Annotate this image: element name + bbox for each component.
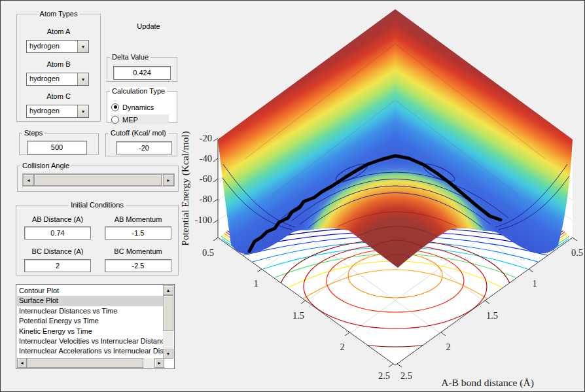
z-tick: -100 — [194, 215, 212, 225]
chevron-down-icon[interactable]: ▼ — [77, 41, 88, 52]
update-button[interactable]: Update — [116, 22, 181, 30]
matlab-figure-window: { "atom_types": { "legend": "Atom Types"… — [0, 0, 585, 392]
axes-lines — [213, 138, 577, 367]
radio-dynamics-label: Dynamics — [122, 103, 154, 111]
left-axis-tick: 1 — [253, 278, 258, 289]
list-item[interactable]: Potential Energy vs Time — [17, 316, 164, 326]
atom-c-dropdown[interactable]: hydrogen ▼ — [26, 105, 89, 118]
left-axis-tick: 2.5 — [378, 370, 390, 381]
right-axis-tick: 1.5 — [486, 310, 498, 321]
bc-momentum-label: BC Momentum — [105, 247, 171, 255]
atom-b-dropdown[interactable]: hydrogen ▼ — [26, 73, 89, 86]
delta-value-field[interactable]: 0.424 — [113, 66, 171, 80]
slider-thumb[interactable] — [34, 174, 162, 186]
scroll-down-arrow-icon[interactable]: ▼ — [163, 349, 173, 359]
scroll-right-arrow-icon[interactable]: ► — [154, 358, 164, 368]
scroll-up-arrow-icon[interactable]: ▲ — [163, 285, 173, 295]
cutoff-group: Cutoff (Kcal/ mol) -20 — [105, 129, 177, 156]
cutoff-field[interactable]: -20 — [116, 141, 172, 154]
bc-momentum-field[interactable]: -2.5 — [105, 259, 171, 272]
list-item[interactable]: Kinetic Energy vs Time — [17, 327, 164, 336]
potential-energy-surface — [197, 1, 585, 392]
atom-types-group: Atom Types Atom A hydrogen ▼ Atom B hydr… — [16, 10, 101, 122]
axis-tick-labels: -20 -40 -60 -80 -100 0.5 1 1.5 2 2.5 0.5… — [194, 133, 583, 381]
calculation-type-legend: Calculation Type — [110, 87, 167, 95]
calculation-type-group: Calculation Type Dynamics MEP — [107, 87, 177, 123]
ab-distance-label: AB Distance (A) — [24, 215, 91, 223]
delta-value-group: Delta Value 0.424 — [107, 53, 177, 82]
left-axis-tick: 0.5 — [202, 247, 214, 258]
chevron-down-icon[interactable]: ▼ — [77, 73, 88, 85]
horizontal-scroll-thumb[interactable] — [27, 358, 143, 368]
ab-momentum-field[interactable]: -1.5 — [105, 226, 171, 240]
collision-angle-legend: Collision Angle — [20, 162, 71, 169]
list-item[interactable]: Internuclear Distances vs Time — [17, 306, 164, 316]
initial-conditions-group: Initial Conditions AB Distance (A) AB Mo… — [16, 201, 179, 276]
z-tick: -40 — [200, 153, 212, 164]
list-item[interactable]: Contour Plot — [17, 286, 164, 296]
ab-distance-field[interactable]: 0.74 — [24, 226, 91, 240]
right-axis-tick: 0.5 — [571, 247, 583, 258]
bc-distance-label: BC Distance (A) — [24, 247, 91, 255]
steps-legend: Steps — [22, 129, 44, 137]
z-tick: -20 — [200, 133, 212, 143]
radio-mep-label: MEP — [122, 116, 138, 124]
vertical-scroll-thumb[interactable] — [163, 295, 173, 331]
z-axis-label: Potential Energy (Kcal/mol) — [179, 131, 191, 245]
radio-dynamics[interactable]: Dynamics — [111, 102, 169, 112]
x-axis-label: A-B bond distance (Å) — [441, 377, 534, 389]
plot-type-list-items: Contour Plot Surface Plot Internuclear D… — [17, 286, 164, 358]
left-axis-tick: 2 — [340, 342, 344, 352]
right-axis-tick: 2 — [446, 342, 450, 352]
list-item[interactable]: Internuclear Velocities vs Internuclear … — [17, 336, 164, 346]
slider-right-arrow-icon[interactable]: ► — [163, 174, 174, 186]
atom-b-label: Atom B — [17, 60, 100, 68]
steps-field[interactable]: 500 — [27, 141, 87, 154]
atom-a-label: Atom A — [17, 27, 100, 35]
z-tick: -80 — [200, 194, 212, 204]
bc-distance-field[interactable]: 2 — [24, 259, 91, 272]
atom-a-value: hydrogen — [29, 42, 60, 50]
atom-c-value: hydrogen — [29, 107, 60, 115]
projected-contours — [221, 226, 570, 347]
right-axis-tick: 1 — [532, 278, 537, 289]
mound-contour-lines — [338, 212, 457, 259]
delta-value-legend: Delta Value — [110, 53, 151, 61]
slider-left-arrow-icon[interactable]: ◄ — [23, 174, 34, 186]
horizontal-scrollbar[interactable]: ◄ ► — [17, 358, 164, 368]
plot-type-listbox[interactable]: Contour Plot Surface Plot Internuclear D… — [16, 284, 175, 369]
collision-angle-slider[interactable]: ◄ ► — [22, 173, 175, 187]
atom-types-legend: Atom Types — [38, 10, 80, 18]
axes-walls — [218, 12, 573, 238]
radio-button-icon[interactable] — [111, 103, 119, 111]
vertical-scrollbar[interactable]: ▲ ▼ — [163, 285, 173, 359]
right-axis-tick: 2.5 — [400, 370, 412, 381]
z-tick: -60 — [200, 173, 212, 184]
radio-button-icon[interactable] — [111, 116, 119, 124]
list-item[interactable]: Internuclear Accelerations vs Internucle… — [17, 346, 164, 356]
radio-mep[interactable]: MEP — [111, 115, 169, 124]
initial-conditions-legend: Initial Conditions — [69, 201, 126, 209]
collision-angle-group: Collision Angle ◄ ► — [17, 162, 179, 192]
list-item-selected[interactable]: Surface Plot — [17, 296, 164, 306]
surface-contour-lines — [221, 161, 569, 230]
cutoff-legend: Cutoff (Kcal/ mol) — [109, 129, 168, 137]
ab-momentum-label: AB Momentum — [105, 215, 171, 223]
left-axis-tick: 1.5 — [292, 310, 304, 321]
atom-a-dropdown[interactable]: hydrogen ▼ — [26, 40, 89, 53]
atom-c-label: Atom C — [17, 92, 100, 100]
surface-mesh-lines — [245, 44, 546, 195]
steps-group: Steps 500 — [19, 129, 99, 155]
chevron-down-icon[interactable]: ▼ — [77, 105, 88, 117]
atom-b-value: hydrogen — [29, 75, 60, 82]
trajectory-line — [249, 156, 501, 251]
scroll-left-arrow-icon[interactable]: ◄ — [17, 358, 27, 368]
